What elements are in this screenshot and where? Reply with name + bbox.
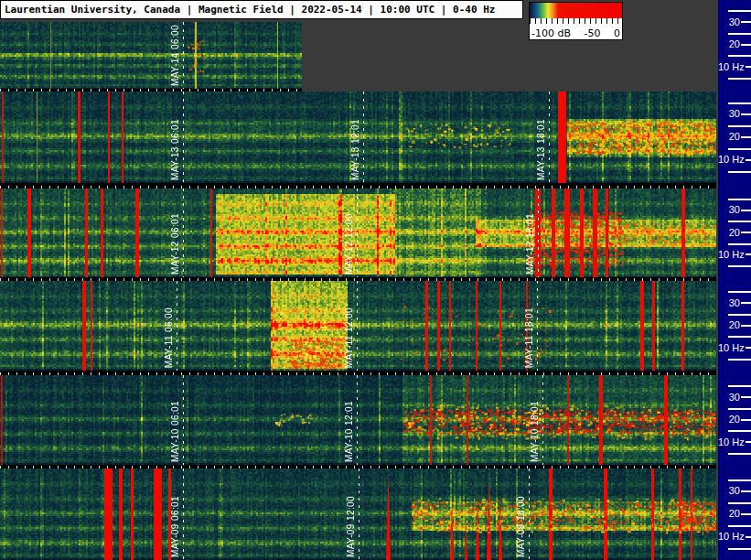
freq-tick-dash: [746, 536, 751, 538]
freq-tick-label: 20: [729, 132, 740, 142]
time-marker-label: MAY-13 06:01: [170, 119, 180, 180]
spectrogram-canvas: [0, 22, 302, 89]
freq-minor-tick: [728, 359, 751, 361]
time-marker-line: [357, 375, 358, 465]
spectrogram-row: MAY-10 06:01MAY-10 12:01MAY-10 18:01: [0, 375, 716, 468]
time-marker-label: MAY-09 12:00: [346, 496, 356, 557]
time-marker-line: [183, 375, 184, 465]
freq-minor-tick: [728, 479, 751, 481]
freq-tick-label: 30: [729, 205, 740, 215]
freq-tick-dash: [741, 44, 751, 46]
freq-major-tick: 10 Hz: [718, 342, 751, 354]
freq-minor-tick: [728, 453, 751, 455]
time-marker-line: [549, 92, 550, 183]
spectrogram-row: MAY-14 06:00: [0, 22, 302, 92]
time-marker-line: [357, 281, 358, 371]
freq-tick-dash: [741, 490, 751, 492]
freq-tick-dash: [741, 302, 751, 304]
freq-tick-label: 30: [729, 17, 740, 27]
freq-tick-label: 10 Hz: [718, 532, 745, 542]
freq-tick-dash: [746, 159, 751, 161]
freq-tick-label: 10 Hz: [718, 250, 745, 260]
color-scale-legend: -100 dB -50 0: [529, 2, 623, 40]
freq-tick-dash: [746, 66, 751, 68]
freq-tick-label: 10 Hz: [718, 62, 745, 72]
time-marker-line: [538, 188, 539, 277]
freq-major-tick: 30: [718, 392, 751, 404]
time-marker-label: MAY-10 06:01: [170, 401, 180, 462]
freq-major-tick: 10 Hz: [718, 531, 751, 543]
freq-tick-dash: [741, 419, 751, 421]
freq-major-tick: 30: [718, 108, 751, 120]
time-marker-line: [542, 375, 543, 465]
freq-tick-dash: [746, 441, 751, 443]
freq-tick-label: 30: [729, 393, 740, 403]
freq-tick-label: 30: [729, 109, 740, 119]
freq-major-tick: 30: [718, 297, 751, 309]
spectrogram-row: MAY-12 06:01MAY-12 12:00MAY-12 18:01: [0, 188, 716, 281]
freq-major-tick: 20: [718, 227, 751, 239]
freq-minor-tick: [728, 243, 751, 245]
time-marker-line: [183, 22, 184, 89]
time-marker-label: MAY-11 12:00: [344, 307, 354, 368]
freq-tick-dash: [741, 21, 751, 23]
time-marker-line: [537, 281, 538, 371]
freq-tick-dash: [746, 347, 751, 349]
freq-tick-label: 30: [729, 486, 740, 496]
freq-tick-dash: [746, 253, 751, 255]
time-marker-line: [357, 188, 358, 277]
spectrogram-row: MAY-13 06:01MAY-13 12:01MAY-13 18:01: [0, 92, 716, 188]
time-marker-label: MAY-10 18:01: [530, 401, 540, 462]
time-marker-label: MAY-13 12:01: [350, 119, 360, 180]
spectrogram-canvas: [0, 281, 716, 371]
legend-max-label: 0: [614, 27, 620, 39]
time-marker-label: MAY-11 06:00: [164, 307, 174, 368]
time-marker-line: [529, 468, 530, 560]
freq-major-tick: 10 Hz: [718, 61, 751, 73]
freq-major-tick: 10 Hz: [718, 249, 751, 261]
freq-major-tick: 20: [718, 414, 751, 425]
freq-minor-tick: [728, 502, 751, 504]
freq-minor-tick: [728, 336, 751, 338]
time-marker-line: [183, 468, 184, 560]
spectrogram-app: Laurentian University, Canada | Magnetic…: [0, 0, 751, 560]
freq-minor-tick: [728, 171, 751, 173]
freq-minor-tick: [728, 408, 751, 410]
freq-tick-dash: [741, 396, 751, 398]
color-gradient-bar: [530, 3, 622, 18]
frequency-axis: 302010 Hz302010 Hz302010 Hz302010 Hz3020…: [718, 0, 751, 560]
time-marker-label: MAY-12 12:00: [344, 213, 354, 275]
freq-major-tick: 20: [718, 38, 751, 50]
time-marker-label: MAY-12 06:01: [170, 213, 180, 275]
legend-min-label: -100 dB: [531, 27, 571, 39]
freq-tick-label: 30: [729, 298, 740, 308]
freq-tick-label: 20: [729, 320, 740, 330]
title-bar: Laurentian University, Canada | Magnetic…: [0, 0, 523, 19]
freq-tick-label: 20: [729, 39, 740, 49]
freq-minor-tick: [728, 78, 751, 80]
freq-tick-label: 10 Hz: [718, 155, 745, 165]
legend-mid-label: -50: [585, 27, 601, 39]
freq-minor-tick: [728, 265, 751, 267]
time-marker-label: MAY-11 18:01: [524, 307, 534, 368]
legend-tick-ruler: [530, 18, 622, 27]
time-marker-line: [359, 468, 359, 560]
freq-tick-dash: [741, 136, 751, 138]
freq-tick-dash: [741, 513, 751, 515]
freq-tick-label: 20: [729, 228, 740, 238]
time-marker-label: MAY-13 18:01: [536, 119, 546, 180]
freq-minor-tick: [728, 548, 751, 550]
freq-minor-tick: [728, 199, 751, 200]
freq-minor-tick: [728, 148, 751, 150]
page-title: Laurentian University, Canada | Magnetic…: [5, 4, 495, 16]
time-marker-label: MAY-12 18:01: [525, 213, 535, 275]
time-marker-label: MAY-09 18:00: [516, 496, 526, 557]
freq-tick-dash: [741, 210, 751, 211]
freq-tick-dash: [741, 325, 751, 327]
freq-minor-tick: [728, 385, 751, 387]
freq-major-tick: 30: [718, 204, 751, 216]
spectrogram-canvas: [0, 375, 716, 465]
time-marker-line: [177, 281, 177, 371]
freq-major-tick: 10 Hz: [718, 436, 751, 448]
freq-minor-tick: [728, 102, 751, 104]
